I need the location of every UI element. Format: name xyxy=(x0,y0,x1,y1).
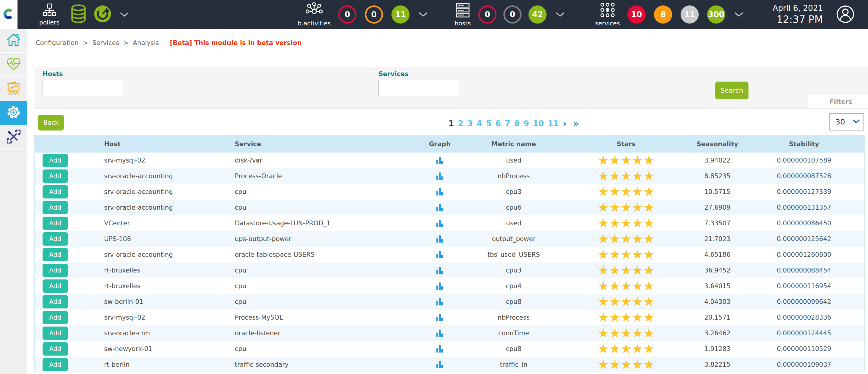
add-button[interactable]: Add xyxy=(42,280,68,293)
status-badge[interactable]: 0 xyxy=(338,5,356,24)
breadcrumb-analysis[interactable]: Analysis xyxy=(133,39,159,47)
breadcrumb-services[interactable]: Services xyxy=(92,39,119,47)
services-filter-input[interactable] xyxy=(378,80,459,96)
col-seasonality: Seasonality xyxy=(692,141,743,148)
pollers-chevron-down-icon[interactable] xyxy=(120,12,129,17)
page-1[interactable]: 1 xyxy=(448,119,454,128)
graph-icon[interactable] xyxy=(436,345,443,352)
page-10[interactable]: 10 xyxy=(533,119,544,128)
sidebar-item-home[interactable] xyxy=(0,29,27,53)
sidebar-item-administration[interactable] xyxy=(0,125,27,149)
page-9[interactable]: 9 xyxy=(524,119,529,128)
status-badge[interactable]: 0 xyxy=(365,5,383,24)
status-badge[interactable]: 10 xyxy=(627,5,646,24)
page-2[interactable]: 2 xyxy=(458,119,463,128)
graph-icon[interactable] xyxy=(436,283,443,290)
stars-rating: ★★★★★ xyxy=(560,168,692,184)
graph-icon[interactable] xyxy=(436,298,443,306)
host-cell: srv-mysql-02 xyxy=(104,157,235,164)
col-service: Service xyxy=(235,141,412,148)
status-badge[interactable]: 11 xyxy=(392,5,409,24)
page-size-select[interactable]: 30 xyxy=(829,113,864,131)
database-icon[interactable] xyxy=(70,4,87,25)
host-cell: srv-oracle-accounting xyxy=(104,173,235,180)
add-button[interactable]: Add xyxy=(42,342,68,355)
metric-cell: output_power xyxy=(467,235,560,242)
graph-icon[interactable] xyxy=(436,267,443,274)
page-11[interactable]: 11 xyxy=(548,119,559,128)
service-cell: cpu xyxy=(235,188,412,196)
table-row: Add srv-oracle-crm oracle-listener connT… xyxy=(35,325,864,341)
seasonality-cell: 20.1571 xyxy=(692,314,743,321)
status-badge[interactable]: 0 xyxy=(478,5,496,24)
hosts-filter-input[interactable] xyxy=(42,80,123,96)
graph-icon[interactable] xyxy=(436,188,443,196)
sidebar-item-reporting[interactable] xyxy=(0,77,27,101)
metric-cell: cpu3 xyxy=(467,188,560,196)
services-chevron-down-icon[interactable] xyxy=(734,12,743,17)
add-button[interactable]: Add xyxy=(42,232,68,246)
add-button[interactable]: Add xyxy=(42,185,68,199)
page-3[interactable]: 3 xyxy=(467,119,473,128)
add-button[interactable]: Add xyxy=(42,170,68,183)
user-menu[interactable] xyxy=(836,5,855,25)
graph-icon[interactable] xyxy=(436,204,443,211)
page-8[interactable]: 8 xyxy=(514,119,520,128)
graph-icon[interactable] xyxy=(436,251,443,258)
add-button[interactable]: Add xyxy=(42,154,68,167)
filters-toggle[interactable]: Filters xyxy=(808,95,868,109)
pollers-status[interactable]: pollers xyxy=(39,3,59,25)
table-row: Add rt-berlin traffic-secondary traffic_… xyxy=(35,357,864,373)
page-6[interactable]: 6 xyxy=(495,119,501,128)
services-status[interactable]: services xyxy=(596,2,619,26)
breadcrumb-separator: > xyxy=(123,39,129,47)
page-4[interactable]: 4 xyxy=(476,119,482,128)
stars-rating: ★★★★★ xyxy=(560,215,692,231)
service-cell: Process-Oracle xyxy=(235,173,412,180)
search-button[interactable]: Search xyxy=(715,82,748,99)
graph-icon[interactable] xyxy=(436,220,443,227)
status-badge[interactable]: 42 xyxy=(528,5,547,24)
filter-panel: Hosts Services Search Filters xyxy=(34,67,868,109)
centreon-logo[interactable] xyxy=(0,0,18,29)
metric-cell: tbs_used_USERS xyxy=(467,251,560,258)
last-page-icon[interactable]: » xyxy=(573,119,579,128)
graph-icon[interactable] xyxy=(436,329,443,337)
add-button[interactable]: Add xyxy=(42,326,68,340)
graph-icon[interactable] xyxy=(436,173,443,180)
add-button[interactable]: Add xyxy=(42,201,68,214)
add-button[interactable]: Add xyxy=(42,295,68,309)
graph-icon[interactable] xyxy=(436,235,443,242)
page-5[interactable]: 5 xyxy=(486,119,491,128)
service-cell: cpu xyxy=(235,298,412,306)
add-button[interactable]: Add xyxy=(42,248,68,261)
sidebar-item-monitoring[interactable] xyxy=(0,53,27,77)
status-badge[interactable]: 8 xyxy=(654,5,672,24)
back-button[interactable]: Back xyxy=(38,115,64,131)
col-stars: Stars xyxy=(560,141,692,148)
graph-icon[interactable] xyxy=(436,157,443,164)
graph-icon[interactable] xyxy=(436,361,443,368)
add-button[interactable]: Add xyxy=(42,358,68,371)
beta-notice: [Beta] This module is in beta version xyxy=(170,39,302,47)
breadcrumb-configuration[interactable]: Configuration xyxy=(36,39,79,47)
tools-icon xyxy=(7,130,21,145)
add-button[interactable]: Add xyxy=(42,217,68,230)
service-cell: Datastore-Usage-LUN-PROD_1 xyxy=(235,220,412,227)
next-page-icon[interactable]: › xyxy=(563,119,566,128)
business-activities-status[interactable]: b.activities xyxy=(294,2,334,26)
status-badge[interactable]: 11 xyxy=(681,5,699,24)
status-badge[interactable]: 0 xyxy=(503,5,522,24)
business-activities-chevron-down-icon[interactable] xyxy=(418,12,428,17)
graph-icon[interactable] xyxy=(436,314,443,321)
add-button[interactable]: Add xyxy=(42,264,68,277)
add-button[interactable]: Add xyxy=(42,311,68,324)
hosts-status[interactable]: hosts xyxy=(451,2,474,26)
status-badge[interactable]: 300 xyxy=(707,5,725,24)
table-row: Add rt-bruxelles cpu cpu4 ★★★★★ 3.64015 … xyxy=(35,278,864,294)
latency-gauge-icon[interactable] xyxy=(93,4,112,25)
sidebar-item-configuration[interactable] xyxy=(0,101,27,125)
hosts-chevron-down-icon[interactable] xyxy=(556,12,565,17)
metric-cell: connTime xyxy=(467,329,560,337)
page-7[interactable]: 7 xyxy=(505,119,510,128)
